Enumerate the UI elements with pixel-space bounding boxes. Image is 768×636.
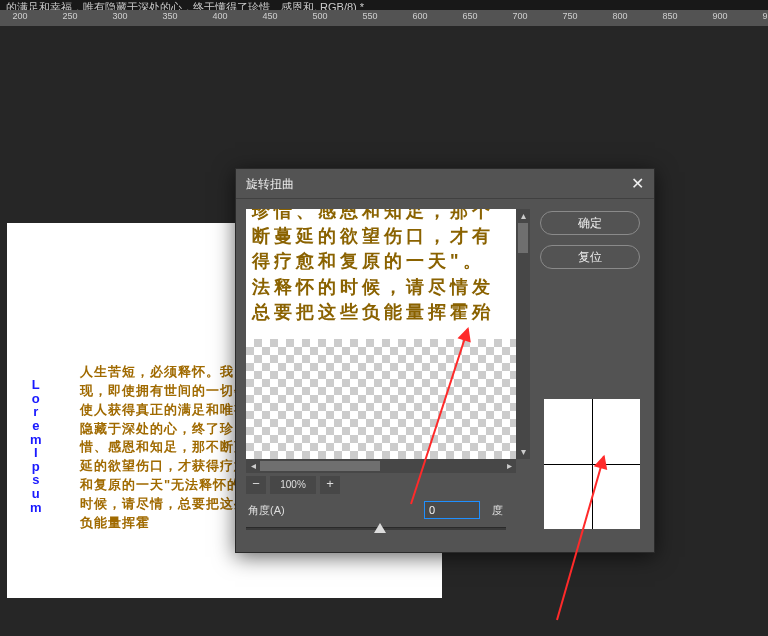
ruler-tick: 750: [562, 11, 577, 21]
scroll-up-icon[interactable]: ▴: [516, 209, 530, 223]
zoom-in-button[interactable]: +: [320, 476, 340, 494]
document-body-text: 人生苦短，必须释怀。我现，即使拥有世间的一切会使人获得真正的满足和唯有隐藏于深处…: [80, 363, 250, 533]
ruler-tick: 650: [462, 11, 477, 21]
scroll-left-icon[interactable]: ◂: [246, 459, 260, 473]
transparency-checker: [246, 339, 516, 459]
effect-preview[interactable]: 珍惜、感恩和知足，那个 断蔓延的欲望伤口，才有 得疗愈和复原的一天"。 法释怀的…: [246, 209, 516, 459]
ruler-tick: 400: [212, 11, 227, 21]
ruler-tick: 800: [612, 11, 627, 21]
dialog-buttons: 确定 复位: [540, 211, 640, 279]
ruler-tick: 350: [162, 11, 177, 21]
scroll-right-icon[interactable]: ▸: [502, 459, 516, 473]
angle-slider-handle[interactable]: [374, 523, 386, 533]
angle-unit: 度: [492, 503, 503, 518]
zoom-level[interactable]: 100%: [270, 476, 316, 494]
zoom-controls: − 100% +: [246, 475, 530, 495]
angle-control: 角度(A) 度: [246, 503, 530, 543]
ruler-tick: 900: [712, 11, 727, 21]
angle-input[interactable]: [424, 501, 480, 519]
reset-button[interactable]: 复位: [540, 245, 640, 269]
zoom-out-button[interactable]: −: [246, 476, 266, 494]
ruler-tick: 550: [362, 11, 377, 21]
ruler-tick: 300: [112, 11, 127, 21]
preview-text: 珍惜、感恩和知足，那个 断蔓延的欲望伤口，才有 得疗愈和复原的一天"。 法释怀的…: [252, 209, 516, 325]
dialog-titlebar[interactable]: 旋转扭曲 ✕: [236, 169, 654, 199]
ruler-tick: 450: [262, 11, 277, 21]
close-icon[interactable]: ✕: [628, 174, 646, 192]
ruler-tick: 500: [312, 11, 327, 21]
ruler-tick: 600: [412, 11, 427, 21]
scroll-down-icon[interactable]: ▾: [516, 445, 530, 459]
ruler-tick: 850: [662, 11, 677, 21]
effect-thumbnail: [544, 399, 640, 529]
horizontal-ruler: 1502002503003504004505005506006507007508…: [0, 10, 768, 26]
document-title: 的满足和幸福，唯有隐藏于深处的心，终于懂得了珍惜、感恩和, RGB/8) *: [0, 0, 768, 10]
angle-label: 角度(A): [248, 503, 285, 518]
scroll-thumb-vertical[interactable]: [518, 223, 528, 253]
side-heading: Lorem Ipsum: [29, 378, 43, 514]
preview-scrollbar-vertical[interactable]: ▴ ▾: [516, 209, 530, 459]
ruler-tick: 250: [62, 11, 77, 21]
ruler-tick: 950: [762, 11, 768, 21]
preview-scrollbar-horizontal[interactable]: ◂ ▸: [246, 459, 516, 473]
ruler-tick: 200: [12, 11, 27, 21]
ruler-tick: 700: [512, 11, 527, 21]
scroll-thumb-horizontal[interactable]: [260, 461, 380, 471]
ok-button[interactable]: 确定: [540, 211, 640, 235]
dialog-title: 旋转扭曲: [246, 177, 294, 191]
